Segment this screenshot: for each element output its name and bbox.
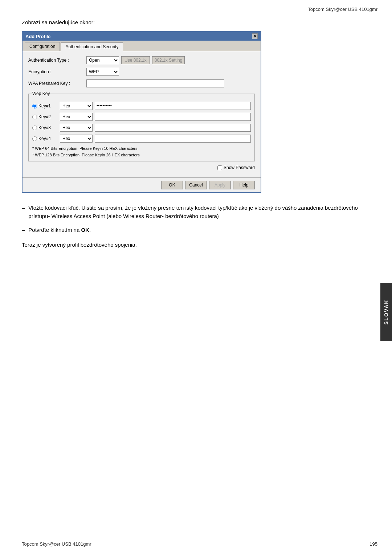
key3-label: Key#3: [38, 125, 51, 130]
footer-left: Topcom Skyr@cer USB 4101gmr: [22, 541, 91, 547]
key4-radio[interactable]: [32, 136, 37, 141]
page-footer: Topcom Skyr@cer USB 4101gmr 195: [22, 541, 377, 547]
encryption-select[interactable]: WEP TKIP AES None: [86, 68, 119, 76]
key3-type-select[interactable]: Hex ASCII: [60, 124, 93, 132]
key3-radio-label[interactable]: Key#3: [32, 125, 58, 130]
wpa-key-input[interactable]: [86, 79, 224, 87]
key3-input[interactable]: [95, 124, 251, 132]
dialog-title: Add Profile: [25, 34, 50, 39]
bullet-text-1: Vložte kódovací kľúč. Uistite sa prosím,…: [28, 204, 370, 220]
show-password-checkbox[interactable]: [217, 165, 222, 170]
key2-radio-label[interactable]: Key#2: [32, 114, 58, 119]
auth-type-label: Authentication Type :: [28, 58, 86, 63]
dash-2: –: [22, 226, 25, 234]
wep-note-2: * WEP 128 Bits Encryption: Please Keyin …: [32, 152, 251, 159]
key4-label: Key#4: [38, 136, 51, 141]
wpa-key-controls: [86, 79, 255, 87]
intro-text: Zobrazí sa nasledujúce oknor:: [0, 12, 392, 31]
auth-type-controls: Open Shared WPA Use 802.1x 802.1x Settin…: [86, 56, 255, 64]
encryption-label: Encryption :: [28, 69, 86, 74]
footer-right: 195: [369, 541, 377, 547]
encryption-controls: WEP TKIP AES None: [86, 68, 255, 76]
bullet-list: – Vložte kódovací kľúč. Uistite sa prosí…: [22, 204, 370, 234]
key1-radio-label[interactable]: Key#1: [32, 103, 58, 108]
key4-input[interactable]: [95, 135, 251, 143]
help-button[interactable]: Help: [233, 181, 255, 189]
key4-type-select[interactable]: Hex ASCII: [60, 135, 93, 143]
key1-type-select[interactable]: Hex ASCII: [60, 102, 93, 110]
cancel-button[interactable]: Cancel: [185, 181, 207, 189]
wep-key-group: Wep Key Key#1 Hex ASCII Key#2: [28, 91, 255, 161]
bullet-text-2: Potvrďte kliknutím na OK.: [28, 226, 91, 234]
auth-type-row: Authentication Type : Open Shared WPA Us…: [28, 56, 255, 64]
dialog-footer: OK Cancel Apply Help: [23, 177, 261, 192]
ok-button[interactable]: OK: [161, 181, 183, 189]
close-button[interactable]: ✕: [252, 33, 258, 39]
key2-type-select[interactable]: Hex ASCII: [60, 113, 93, 121]
side-label: SLOVAK: [380, 283, 392, 341]
add-profile-dialog: Add Profile ✕ Configuration Authenticati…: [22, 31, 261, 193]
use-8021x-button[interactable]: Use 802.1x: [121, 56, 150, 64]
wep-note-1: * WEP 64 Bits Encryption: Please Keyin 1…: [32, 145, 251, 152]
list-item-1: – Vložte kódovací kľúč. Uistite sa prosí…: [22, 204, 370, 220]
dialog-titlebar: Add Profile ✕: [23, 32, 261, 41]
wep-key-row-3: Key#3 Hex ASCII: [32, 124, 251, 132]
apply-button[interactable]: Apply: [209, 181, 231, 189]
key2-input[interactable]: [95, 113, 251, 121]
conclusion-text: Teraz je vytvorený profil bezdrôtového s…: [0, 242, 392, 259]
show-password-row: Show Passward: [28, 165, 255, 170]
dialog-tabs: Configuration Authentication and Securit…: [23, 41, 261, 51]
key4-radio-label[interactable]: Key#4: [32, 136, 58, 141]
key1-radio[interactable]: [32, 104, 37, 108]
dash-1: –: [22, 204, 25, 220]
wep-key-legend: Wep Key: [32, 91, 50, 96]
key1-input[interactable]: [95, 102, 251, 110]
wep-notes: * WEP 64 Bits Encryption: Please Keyin 1…: [32, 145, 251, 158]
auth-type-select[interactable]: Open Shared WPA: [86, 56, 119, 64]
wpa-key-row: WPA Preshared Key :: [28, 79, 255, 87]
list-item-2: – Potvrďte kliknutím na OK.: [22, 226, 370, 234]
tab-auth-security[interactable]: Authentication and Security: [61, 42, 123, 51]
key1-label: Key#1: [38, 103, 51, 108]
wep-key-row-2: Key#2 Hex ASCII: [32, 113, 251, 121]
8021x-setting-button[interactable]: 802.1x Setting: [152, 56, 185, 64]
key3-radio[interactable]: [32, 126, 37, 130]
key2-label: Key#2: [38, 114, 51, 119]
page-header: Topcom Skyr@cer USB 4101gmr: [0, 0, 392, 12]
wpa-key-label: WPA Preshared Key :: [28, 81, 86, 86]
wep-key-row-1: Key#1 Hex ASCII: [32, 102, 251, 110]
show-password-label: Show Passward: [224, 165, 255, 170]
wep-key-row-4: Key#4 Hex ASCII: [32, 135, 251, 143]
tab-configuration[interactable]: Configuration: [25, 42, 60, 51]
dialog-body: Authentication Type : Open Shared WPA Us…: [23, 51, 261, 177]
key2-radio[interactable]: [32, 115, 37, 119]
ok-bold: OK: [81, 227, 89, 233]
encryption-row: Encryption : WEP TKIP AES None: [28, 68, 255, 76]
